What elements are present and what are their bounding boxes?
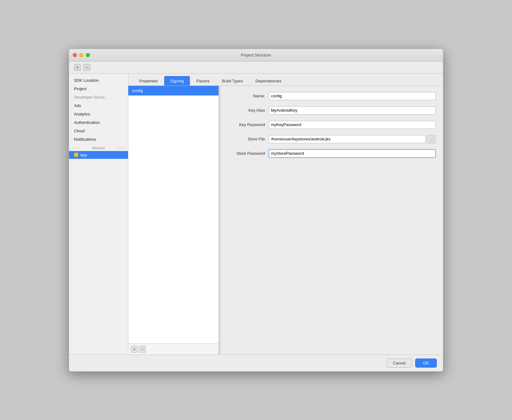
signing-list-footer: + − (128, 344, 219, 354)
window-title: Project Structure (241, 53, 271, 57)
sidebar-item-ads[interactable]: Ads (69, 101, 128, 110)
tab-signing[interactable]: Signing (164, 76, 190, 85)
key-alias-input[interactable] (269, 106, 436, 115)
add-signing-config-button[interactable]: + (131, 346, 138, 353)
main-content: SDK Location Project Developer Servic...… (69, 74, 443, 354)
sidebar: SDK Location Project Developer Servic...… (69, 74, 128, 354)
sidebar-item-developer-services: Developer Servic... (69, 93, 128, 101)
store-file-row: Store File ... (228, 135, 436, 143)
signing-config-item[interactable]: config (128, 86, 219, 95)
ok-button[interactable]: OK (415, 359, 437, 368)
store-file-input[interactable] (269, 135, 426, 143)
signing-config-list: config (128, 86, 219, 344)
key-password-row: Key Password (228, 121, 436, 129)
signing-list-panel: config + − (128, 86, 219, 354)
bottom-bar: Cancel OK (69, 354, 443, 371)
store-password-input[interactable] (269, 149, 436, 158)
signing-form: Name: Key Alias Key Password Store File (221, 86, 443, 354)
tab-build-types[interactable]: Build Types (216, 76, 249, 85)
cancel-button[interactable]: Cancel (386, 359, 412, 368)
sidebar-item-sdk-location[interactable]: SDK Location (69, 76, 128, 85)
browse-button[interactable]: ... (427, 135, 436, 143)
add-button[interactable]: + (74, 64, 81, 71)
key-alias-label: Key Alias (228, 108, 269, 113)
tab-bar: Properties Signing Flavors Build Types D… (128, 74, 443, 86)
sidebar-item-analytics[interactable]: Analytics (69, 110, 128, 118)
name-row: Name: (228, 92, 436, 100)
signing-panel: config + − · · · Name: (128, 86, 443, 354)
sidebar-item-cloud[interactable]: Cloud (69, 127, 128, 135)
sidebar-item-notifications[interactable]: Notifications (69, 135, 128, 144)
modules-section-label: Modules (69, 144, 128, 151)
sidebar-item-project[interactable]: Project (69, 85, 128, 93)
project-structure-window: Project Structure + − SDK Location Proje… (69, 49, 443, 372)
store-password-label: Store Password (228, 151, 269, 156)
close-button[interactable] (73, 53, 77, 57)
store-file-label: Store File (228, 137, 269, 141)
key-password-input[interactable] (269, 121, 436, 129)
remove-button[interactable]: − (83, 64, 90, 71)
tab-dependencies[interactable]: Dependencies (249, 76, 287, 85)
maximize-button[interactable] (86, 53, 90, 57)
tab-properties[interactable]: Properties (133, 76, 164, 85)
toolbar: + − (69, 61, 443, 74)
store-password-row: Store Password (228, 149, 436, 158)
name-input[interactable] (269, 92, 436, 100)
minimize-button[interactable] (79, 53, 83, 57)
sidebar-item-app[interactable]: app (69, 151, 128, 159)
key-password-label: Key Password (228, 122, 269, 127)
window-controls (73, 53, 90, 57)
name-label: Name: (228, 94, 269, 98)
key-alias-row: Key Alias (228, 106, 436, 115)
content-area: Properties Signing Flavors Build Types D… (128, 74, 443, 354)
tab-flavors[interactable]: Flavors (190, 76, 216, 85)
titlebar: Project Structure (69, 49, 443, 61)
sidebar-item-authentication[interactable]: Authentication (69, 118, 128, 127)
store-file-field-group: ... (269, 135, 436, 143)
remove-signing-config-button[interactable]: − (139, 346, 146, 353)
app-icon (74, 153, 78, 157)
